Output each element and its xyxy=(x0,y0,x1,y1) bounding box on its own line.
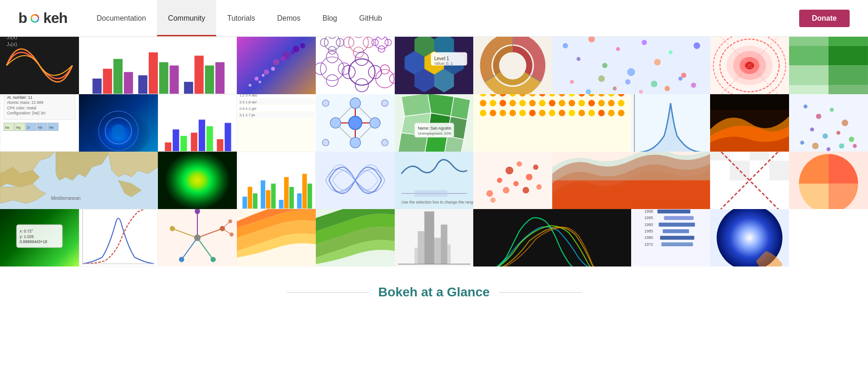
svg-point-237 xyxy=(559,110,566,116)
svg-marker-186 xyxy=(401,94,431,116)
svg-point-252 xyxy=(816,113,821,119)
svg-rect-150 xyxy=(173,130,179,151)
svg-rect-149 xyxy=(165,142,171,151)
svg-rect-278 xyxy=(297,193,302,209)
svg-rect-348 xyxy=(424,211,434,264)
svg-text:Zr: Zr xyxy=(27,126,30,129)
gallery-cell[interactable] xyxy=(316,94,395,152)
svg-point-232 xyxy=(510,110,516,116)
gallery-cell[interactable]: x: 0.72° y: 1.025 0.88889443+18 xyxy=(0,209,79,266)
gallery-cell[interactable] xyxy=(79,94,158,152)
svg-rect-154 xyxy=(207,126,213,151)
gallery-cell[interactable] xyxy=(316,209,395,266)
nav-item-tutorials[interactable]: Tutorials xyxy=(216,0,266,36)
svg-text:Mo: Mo xyxy=(49,126,54,129)
gallery-cell[interactable] xyxy=(237,209,316,266)
svg-point-96 xyxy=(669,51,673,55)
svg-rect-87 xyxy=(552,37,710,94)
svg-point-240 xyxy=(588,110,595,116)
svg-point-106 xyxy=(665,86,670,91)
svg-point-93 xyxy=(627,68,635,76)
gallery-cell[interactable] xyxy=(316,152,395,209)
svg-point-221 xyxy=(549,100,555,106)
svg-rect-25 xyxy=(195,56,204,94)
gallery-cell[interactable] xyxy=(473,94,631,152)
svg-point-177 xyxy=(370,118,380,128)
svg-point-258 xyxy=(849,137,854,142)
gallery-cell[interactable] xyxy=(473,37,552,94)
gallery-cell[interactable]: Name: San Agustin Unemployment: 10% xyxy=(395,94,474,152)
gallery-cell[interactable]: Use the selection box to change the rang… xyxy=(395,152,474,209)
donate-button[interactable]: Donate xyxy=(799,10,850,27)
svg-text:1972: 1972 xyxy=(644,242,653,247)
svg-text:3.1      2.7      jkl: 3.1 2.7 jkl xyxy=(239,113,255,117)
gallery-cell[interactable] xyxy=(316,37,395,94)
svg-rect-305 xyxy=(710,161,730,181)
gallery-cell[interactable] xyxy=(552,37,710,94)
gallery-cell[interactable]: 2006 1998 1995 1990 1985 1980 1972 xyxy=(631,209,710,266)
gallery-cell[interactable] xyxy=(158,152,237,209)
gallery-cell[interactable]: Apples Pears Nectarines Plur xyxy=(79,37,237,94)
gallery-cell[interactable] xyxy=(710,37,789,94)
svg-point-31 xyxy=(263,69,269,74)
gallery-cell[interactable] xyxy=(237,152,316,209)
gallery-cell[interactable] xyxy=(789,37,868,94)
svg-rect-370 xyxy=(660,236,694,240)
svg-point-339 xyxy=(170,226,175,231)
svg-rect-272 xyxy=(261,181,265,209)
gallery-cell[interactable] xyxy=(710,209,789,266)
gallery-cell[interactable] xyxy=(395,209,474,266)
gallery-cell[interactable]: Probability Di... xyxy=(631,94,710,152)
svg-text:Atomic mass: 22.989: Atomic mass: 22.989 xyxy=(7,100,44,105)
gallery-cell[interactable]: Mediterranean xyxy=(0,152,158,209)
svg-point-95 xyxy=(654,59,661,65)
nav-item-community[interactable]: Community xyxy=(157,0,216,36)
svg-text:y: 1.025: y: 1.025 xyxy=(20,234,34,239)
svg-point-343 xyxy=(230,232,234,237)
gallery-cell[interactable]: amplitude x J₀(x) J₁(x) xyxy=(0,37,79,94)
gallery-cell[interactable] xyxy=(158,209,237,266)
svg-rect-155 xyxy=(217,139,223,151)
svg-point-293 xyxy=(533,164,538,170)
nav-item-github[interactable]: GitHub xyxy=(348,0,393,36)
svg-point-234 xyxy=(529,110,536,116)
svg-point-37 xyxy=(280,56,285,61)
svg-point-182 xyxy=(381,100,388,106)
svg-point-215 xyxy=(490,100,496,106)
gallery-cell[interactable]: frequency... A plot of the spectral radi… xyxy=(473,209,631,266)
svg-point-235 xyxy=(539,110,546,116)
svg-point-236 xyxy=(549,110,555,116)
svg-point-180 xyxy=(348,116,362,130)
svg-point-226 xyxy=(599,100,605,106)
svg-point-218 xyxy=(520,100,526,106)
gallery-cell[interactable]: Col A Col B Col C 1.2 3.4 abc 2.5 1.8 de… xyxy=(237,94,316,152)
gallery-cell[interactable] xyxy=(789,94,868,152)
svg-point-256 xyxy=(823,133,828,138)
svg-point-1 xyxy=(34,17,36,20)
svg-rect-121 xyxy=(829,46,868,66)
svg-point-267 xyxy=(164,152,230,209)
gallery-cell[interactable] xyxy=(789,152,868,209)
svg-text:0.88889443+18: 0.88889443+18 xyxy=(20,239,47,244)
logo[interactable]: b keh xyxy=(18,10,67,27)
nav-item-blog[interactable]: Blog xyxy=(311,0,348,36)
svg-rect-273 xyxy=(266,190,270,209)
svg-point-255 xyxy=(810,128,814,132)
svg-text:Use the selection box to chang: Use the selection box to change the rang… xyxy=(401,200,474,204)
svg-rect-301 xyxy=(710,152,730,161)
nav-item-documentation[interactable]: Documentation xyxy=(85,0,157,36)
svg-rect-20 xyxy=(138,75,147,94)
gallery-cell[interactable] xyxy=(710,94,789,152)
svg-point-103 xyxy=(625,79,630,85)
gallery-cell[interactable]: PDF CDF xyxy=(79,209,158,266)
nav-item-demos[interactable]: Demos xyxy=(266,0,312,36)
gallery-cell[interactable] xyxy=(473,152,552,209)
gallery-cell[interactable]: Level 1 Value: 0, 1 xyxy=(395,37,474,94)
gallery-cell[interactable] xyxy=(552,152,710,209)
gallery-cell[interactable] xyxy=(710,152,789,209)
gallery-grid: amplitude x J₀(x) J₁(x) Apples Pears Nec… xyxy=(0,37,868,266)
gallery-cell[interactable] xyxy=(237,37,316,94)
svg-point-184 xyxy=(381,139,388,146)
gallery-cell[interactable]: Name: Sodium At. number: 11 Atomic mass:… xyxy=(0,94,79,152)
gallery-cell[interactable] xyxy=(158,94,237,152)
